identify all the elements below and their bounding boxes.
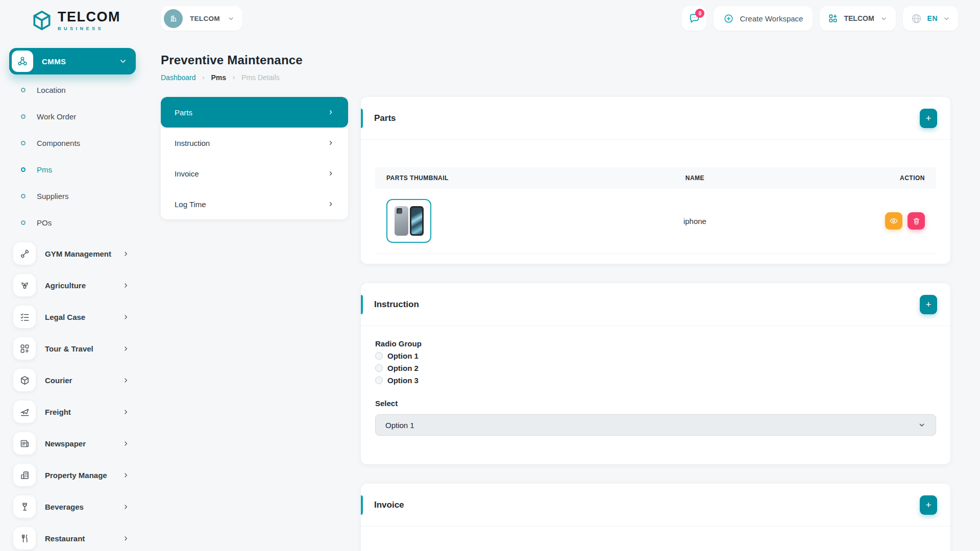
chevron-separator-icon: › — [233, 74, 235, 81]
detail-menu-card: Parts Instruction Invoice Log Time — [161, 97, 348, 219]
building-icon — [164, 9, 183, 28]
chevron-right-icon — [122, 250, 130, 258]
select-value: Option 1 — [385, 421, 414, 430]
buildings-icon — [13, 464, 36, 486]
sidebar-item-beverages[interactable]: Beverages — [0, 491, 145, 522]
part-thumbnail[interactable] — [386, 199, 431, 243]
radio-icon[interactable] — [375, 352, 383, 360]
bullet-icon — [21, 88, 26, 92]
bullet-icon — [21, 167, 26, 172]
create-workspace-button[interactable]: Create Workspace — [714, 6, 813, 31]
column-header-thumbnail: PARTS THUMBNAIL — [375, 167, 566, 189]
bullet-icon — [21, 141, 26, 145]
sidebar-item-suppliers[interactable]: Suppliers — [0, 183, 145, 209]
radio-option-2[interactable]: Option 2 — [375, 364, 936, 372]
breadcrumb: Dashboard › Pms › Pms Details — [161, 73, 950, 82]
org-selector[interactable]: TELCOM — [820, 6, 895, 31]
add-invoice-button[interactable]: + — [920, 495, 937, 515]
plus-circle-icon — [723, 13, 734, 24]
brand-tagline: BUSINESS — [58, 26, 120, 31]
wine-glass-icon — [13, 495, 36, 518]
parts-card: Parts + PARTS THUMBNAIL NAME ACTION — [361, 97, 950, 264]
chevron-right-icon — [122, 345, 130, 353]
language-selector[interactable]: EN — [903, 6, 958, 31]
column-header-action: ACTION — [824, 167, 936, 189]
sidebar-item-tour-travel[interactable]: Tour & Travel — [0, 333, 145, 364]
chevron-right-icon — [327, 201, 334, 208]
grid-plus-icon — [13, 337, 36, 360]
workspace-selector[interactable]: TELCOM — [161, 6, 242, 31]
tab-invoice[interactable]: Invoice — [161, 158, 348, 189]
sidebar-item-pos[interactable]: POs — [0, 209, 145, 236]
chevron-down-icon — [880, 15, 888, 22]
card-accent-bar — [361, 495, 363, 515]
card-accent-bar — [361, 295, 363, 314]
parts-table: PARTS THUMBNAIL NAME ACTION — [375, 167, 936, 254]
sidebar-item-cmms[interactable]: CMMS — [9, 48, 136, 74]
sidebar-item-gym-management[interactable]: GYM Management — [0, 238, 145, 269]
breadcrumb-pms[interactable]: Pms — [211, 73, 227, 82]
sidebar-item-restaurant[interactable]: Restaurant — [0, 522, 145, 551]
chevron-right-icon — [122, 377, 130, 384]
chevron-right-icon — [122, 535, 130, 542]
radio-group-label: Radio Group — [375, 339, 936, 348]
add-instruction-button[interactable]: + — [920, 295, 937, 314]
checklist-icon — [13, 306, 36, 328]
radio-option-3[interactable]: Option 3 — [375, 376, 936, 385]
eye-icon — [889, 216, 898, 226]
breadcrumb-dashboard[interactable]: Dashboard — [161, 73, 196, 82]
bullet-icon — [21, 220, 26, 225]
brand-name: TELCOM — [58, 10, 120, 24]
tab-parts[interactable]: Parts — [161, 97, 348, 128]
sidebar-item-legal-case[interactable]: Legal Case — [0, 301, 145, 333]
instruction-card-title: Instruction — [374, 299, 419, 310]
chevron-down-icon — [118, 57, 128, 66]
radio-icon[interactable] — [375, 377, 383, 384]
bullet-icon — [21, 114, 26, 119]
tab-log-time[interactable]: Log Time — [161, 189, 348, 219]
view-part-button[interactable] — [885, 212, 902, 230]
sidebar-item-courier[interactable]: Courier — [0, 364, 145, 396]
sidebar-item-work-order[interactable]: Work Order — [0, 103, 145, 130]
radio-icon[interactable] — [375, 364, 383, 372]
globe-icon — [911, 13, 922, 24]
breadcrumb-pms-details: Pms Details — [241, 73, 280, 82]
iphone-back-image — [395, 206, 408, 236]
sidebar: TELCOM BUSINESS CMMS Location Work Order… — [0, 0, 145, 551]
bullet-icon — [21, 194, 26, 198]
chevron-right-icon — [122, 503, 130, 511]
cube-logo-icon — [31, 9, 53, 32]
sidebar-item-pms[interactable]: Pms — [0, 156, 145, 183]
dumbbell-icon — [13, 242, 36, 265]
radio-option-1[interactable]: Option 1 — [375, 352, 936, 360]
select-input[interactable]: Option 1 — [375, 414, 936, 436]
add-part-button[interactable]: + — [920, 109, 937, 128]
sidebar-item-newspaper[interactable]: Newspaper — [0, 428, 145, 459]
sidebar-item-components[interactable]: Components — [0, 130, 145, 156]
newspaper-icon — [13, 432, 36, 455]
sidebar-item-freight[interactable]: Freight — [0, 396, 145, 428]
chevron-right-icon — [122, 408, 130, 416]
share-nodes-icon — [12, 51, 33, 72]
org-name: TELCOM — [844, 14, 874, 22]
chat-badge: 0 — [695, 9, 704, 18]
tab-instruction[interactable]: Instruction — [161, 128, 348, 158]
page-title: Preventive Maintenance — [161, 53, 950, 67]
chevron-separator-icon: › — [203, 74, 205, 81]
delete-part-button[interactable] — [908, 212, 925, 230]
chevron-right-icon — [122, 282, 130, 289]
chevron-right-icon — [327, 170, 334, 177]
sidebar-item-location[interactable]: Location — [0, 77, 145, 103]
sidebar-item-agriculture[interactable]: Agriculture — [0, 269, 145, 301]
card-accent-bar — [361, 109, 363, 128]
table-header-row: PARTS THUMBNAIL NAME ACTION — [375, 167, 936, 189]
chat-button[interactable]: 0 — [682, 6, 706, 31]
chevron-right-icon — [327, 109, 334, 116]
table-row: iphone — [375, 189, 936, 254]
language-code: EN — [927, 14, 938, 22]
plant-icon — [13, 274, 36, 296]
brand-logo[interactable]: TELCOM BUSINESS — [31, 9, 120, 32]
chevron-right-icon — [122, 313, 130, 321]
sidebar-item-property-manage[interactable]: Property Manage — [0, 459, 145, 491]
box-icon — [13, 369, 36, 391]
